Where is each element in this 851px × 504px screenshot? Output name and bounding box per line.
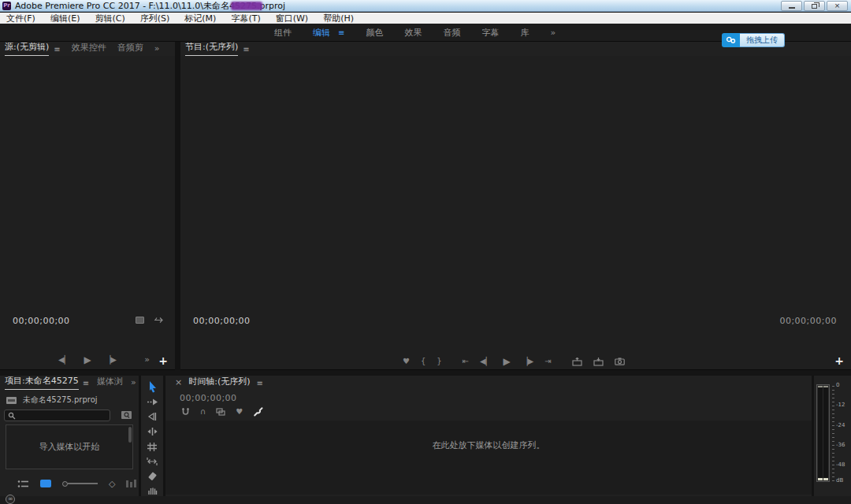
tab-media-browser[interactable]: 媒体浏 xyxy=(97,376,123,390)
workspace-tab-effects[interactable]: 效果 xyxy=(404,27,422,39)
automate-to-sequence-icon[interactable]: ◇ xyxy=(109,479,115,489)
project-tabs-overflow-icon[interactable]: » xyxy=(131,377,136,390)
program-panel-menu-icon[interactable]: ≡ xyxy=(243,45,249,56)
import-media-drop-zone[interactable]: 导入媒体以开始 xyxy=(6,424,133,469)
tab-source[interactable]: 源:(无剪辑) xyxy=(5,42,49,56)
project-search-row xyxy=(4,410,134,421)
mark-out-icon[interactable]: } xyxy=(437,358,441,365)
workspace-menu-icon[interactable]: ≡ xyxy=(338,28,344,37)
audio-meter[interactable] xyxy=(816,384,830,482)
step-forward-icon[interactable]: ▕▶ xyxy=(522,358,533,365)
workspace-tab-audio[interactable]: 音频 xyxy=(443,27,460,39)
timeline-timecode[interactable]: 00;00;00;00 xyxy=(180,393,237,403)
menu-file[interactable]: 文件(F) xyxy=(6,13,35,24)
workspace-tabs: 组件 编辑 ≡ 颜色 效果 音频 字幕 库 » xyxy=(274,24,556,42)
timeline-drop-area[interactable]: 在此处放下媒体以创建序列。 xyxy=(165,421,812,495)
menu-edit[interactable]: 编辑(E) xyxy=(50,13,80,24)
close-icon: × xyxy=(834,2,841,9)
workspace-tab-color[interactable]: 颜色 xyxy=(366,27,383,39)
program-transport-bar: ♥ { } ⇤ ◀▏ ▶ ▕▶ ⇥ xyxy=(180,350,851,369)
add-marker-icon[interactable]: ♥ xyxy=(403,358,410,365)
restore-button[interactable] xyxy=(804,1,825,11)
project-panel-menu-icon[interactable]: ≡ xyxy=(83,379,89,390)
project-scrollbar[interactable] xyxy=(128,427,132,443)
close-button[interactable]: × xyxy=(827,1,848,11)
lift-icon[interactable] xyxy=(572,358,582,366)
monitor-settings-icon[interactable] xyxy=(136,317,144,324)
razor-tool[interactable] xyxy=(145,471,159,482)
rolling-edit-tool[interactable] xyxy=(145,426,159,437)
zoom-slider-knob[interactable] xyxy=(62,481,68,487)
tab-effect-controls[interactable]: 效果控件 xyxy=(72,42,106,56)
menu-help[interactable]: 帮助(H) xyxy=(323,13,354,24)
source-transport-overflow-icon[interactable]: » xyxy=(144,354,150,365)
program-timecode[interactable]: 00;00;00;00 xyxy=(193,316,251,326)
tab-project[interactable]: 项目:未命名45275 xyxy=(5,376,79,390)
workspace-tab-editing[interactable]: 编辑 xyxy=(313,27,330,39)
menu-sequence[interactable]: 序列(S) xyxy=(140,13,170,24)
drag-upload-button[interactable]: 拖拽上传 xyxy=(722,33,785,47)
timeline-panel-menu-icon[interactable]: ≡ xyxy=(257,379,263,390)
menu-marker[interactable]: 标记(M) xyxy=(184,13,216,24)
slip-tool[interactable] xyxy=(145,456,159,467)
minimize-button[interactable] xyxy=(781,1,802,11)
in-out-duration-icon[interactable] xyxy=(154,317,164,324)
goto-out-icon[interactable]: ⇥ xyxy=(544,358,551,365)
nest-sequence-icon[interactable] xyxy=(216,408,225,416)
goto-in-icon[interactable]: ⇤ xyxy=(463,358,469,365)
step-forward-icon[interactable]: ▕▶ xyxy=(105,356,117,364)
workspace-tab-libraries[interactable]: 库 xyxy=(520,27,529,39)
play-icon[interactable]: ▶ xyxy=(84,355,91,365)
extract-icon[interactable] xyxy=(593,358,604,366)
search-bin-icon[interactable] xyxy=(121,410,132,420)
source-monitor-viewport: 00;00;00;00 ◀▏ ▶ ▕▶ » + xyxy=(0,56,175,369)
find-icon[interactable] xyxy=(126,480,136,487)
import-media-label: 导入媒体以开始 xyxy=(39,441,100,453)
track-select-forward-tool[interactable] xyxy=(145,396,159,407)
workspace-overflow-icon[interactable]: » xyxy=(550,28,556,38)
mark-in-icon[interactable]: { xyxy=(421,358,426,365)
icon-view-icon[interactable] xyxy=(40,480,51,487)
zoom-slider[interactable] xyxy=(62,481,98,487)
menu-title[interactable]: 字幕(T) xyxy=(231,13,260,24)
source-tab-row: 源:(无剪辑) ≡ 效果控件 音频剪 » xyxy=(0,42,175,56)
project-search-box[interactable] xyxy=(4,410,110,421)
step-back-icon[interactable]: ◀▏ xyxy=(58,356,70,364)
panel-divider[interactable] xyxy=(175,42,180,370)
selection-tool[interactable] xyxy=(145,381,159,392)
rate-stretch-tool[interactable] xyxy=(145,441,159,452)
premiere-window: Pr Adobe Premiere Pro CC 2017 - F:\11.0\… xyxy=(0,0,851,504)
snap-icon[interactable] xyxy=(181,407,190,416)
list-view-icon[interactable] xyxy=(17,480,29,488)
timeline-marker-icon[interactable]: ♥ xyxy=(236,408,243,416)
program-button-editor-icon[interactable]: + xyxy=(834,355,844,366)
menu-window[interactable]: 窗口(W) xyxy=(276,13,308,24)
linked-selection-icon[interactable]: ∩ xyxy=(200,408,206,416)
project-toolbar: ◇ xyxy=(0,474,139,493)
meter-label-db: dB xyxy=(836,477,850,484)
play-icon[interactable]: ▶ xyxy=(504,357,511,366)
project-tab-row: 项目:未命名45275 ≡ 媒体浏 » xyxy=(0,376,139,390)
timeline-tab-row: × 时间轴:(无序列) ≡ xyxy=(165,376,812,390)
tab-audio-clip-mixer[interactable]: 音频剪 xyxy=(117,42,143,56)
cloud-upload-icon xyxy=(722,33,740,47)
cc-sync-icon[interactable]: ∞ xyxy=(6,495,15,504)
tab-timeline[interactable]: 时间轴:(无序列) xyxy=(188,376,250,390)
hand-tool[interactable] xyxy=(145,486,159,496)
workspace-tab-titles[interactable]: 字幕 xyxy=(481,27,499,39)
source-panel-menu-icon[interactable]: ≡ xyxy=(54,45,60,56)
step-back-icon[interactable]: ◀▏ xyxy=(480,358,492,365)
source-timecode[interactable]: 00;00;00;00 xyxy=(13,316,70,326)
search-input[interactable] xyxy=(16,411,102,420)
timeline-settings-wrench-icon[interactable] xyxy=(253,406,263,417)
source-tabs-overflow-icon[interactable]: » xyxy=(154,43,160,56)
menu-clip[interactable]: 剪辑(C) xyxy=(95,13,124,24)
source-monitor-panel: 源:(无剪辑) ≡ 效果控件 音频剪 » 00;00;00;00 ◀▏ ▶ ▕▶… xyxy=(0,42,175,370)
export-frame-icon[interactable] xyxy=(615,358,625,365)
workspace-tab-assembly[interactable]: 组件 xyxy=(274,27,292,39)
ripple-edit-tool[interactable] xyxy=(145,411,159,422)
timeline-close-icon[interactable]: × xyxy=(175,377,182,390)
meter-tick-marks xyxy=(832,386,834,481)
source-button-editor-icon[interactable]: + xyxy=(158,355,168,366)
tab-program[interactable]: 节目:(无序列) xyxy=(185,42,238,56)
